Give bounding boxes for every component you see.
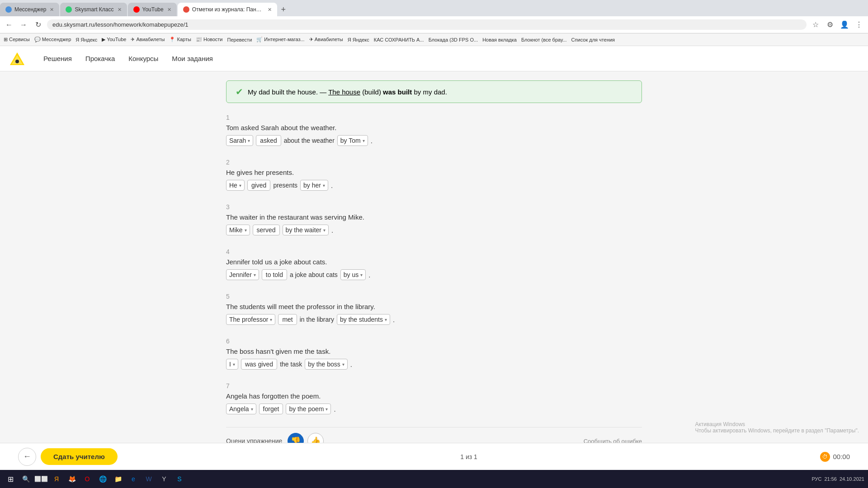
period-7: . <box>334 405 335 413</box>
back-button[interactable]: ← <box>18 448 36 466</box>
nav-resheniya[interactable]: Решения <box>43 55 72 62</box>
tab-notes[interactable]: Отметки из журнала: Панчин К... ✕ <box>178 3 277 16</box>
nav-konkursy[interactable]: Конкурсы <box>128 55 158 62</box>
bookmark-servisy[interactable]: ⊞ Сервисы <box>4 37 30 42</box>
bookmark-star[interactable]: ☆ <box>810 19 821 30</box>
taskbar-explorer[interactable]: 📁 <box>111 472 125 486</box>
bookmark-newtab[interactable]: Новая вкладка <box>482 37 517 42</box>
check-icon: ✔ <box>236 86 243 97</box>
tab-skysmart[interactable]: Skysmart Класс ✕ <box>60 3 127 16</box>
exercise-6: 6 The boss hasn't given me the task. I ▾… <box>226 338 642 370</box>
extensions-button[interactable]: ⚙ <box>825 19 835 30</box>
dropdown-7-subject[interactable]: Angela ▾ <box>226 404 256 414</box>
exercise-1: 1 Tom asked Sarah about the weather. Sar… <box>226 114 642 146</box>
exercise-answer-2: He ▾ gived presents by her ▾ . <box>226 180 642 191</box>
bookmarks-bar: ⊞ Сервисы 💬 Мессенджер Я Яндекс ▶ YouTub… <box>0 33 868 46</box>
dropdown-2-subject[interactable]: He ▾ <box>226 180 245 191</box>
lang-indicator[interactable]: РУС <box>811 476 821 482</box>
bookmark-translate[interactable]: Перевести <box>227 37 252 42</box>
tab-close-notes[interactable]: ✕ <box>268 7 272 13</box>
answer-text-5: in the library <box>300 316 334 323</box>
dropdown-1-subject[interactable]: Sarah ▾ <box>226 135 253 146</box>
exercise-num-1: 1 <box>226 114 642 121</box>
bookmark-avia1[interactable]: ✈ Авиабилеты <box>131 37 165 42</box>
tab-messenger[interactable]: Мессенджер ✕ <box>0 3 59 16</box>
dropdown-1-agent[interactable]: by Tom ▾ <box>337 135 368 146</box>
bookmark-yandex1[interactable]: Я Яндекс <box>75 37 97 42</box>
main-content: ✔ My dad built the house. — The house (b… <box>208 71 660 488</box>
chevron-down-icon: ▾ <box>233 362 235 367</box>
exercise-sentence-7: Angela has forgotten the poem. <box>226 392 642 400</box>
dropdown-6-agent[interactable]: by the boss ▾ <box>305 359 348 370</box>
submit-button[interactable]: Сдать учителю <box>41 448 118 465</box>
bookmark-youtube[interactable]: ▶ YouTube <box>102 37 126 42</box>
taskbar-edge[interactable]: e <box>127 472 140 486</box>
dropdown-4-subject[interactable]: Jennifer ▾ <box>226 269 259 280</box>
chevron-down-icon: ▾ <box>254 272 256 277</box>
dropdown-3-agent[interactable]: by the waiter ▾ <box>283 225 329 235</box>
taskbar-firefox[interactable]: 🦊 <box>65 472 79 486</box>
dropdown-2-agent[interactable]: by her ▾ <box>300 180 328 191</box>
taskbar-chrome[interactable]: 🌐 <box>96 472 109 486</box>
url-input[interactable]: edu.skysmart.ru/lesson/homework/komabepu… <box>47 19 807 30</box>
answer-word-4: to told <box>262 269 287 280</box>
start-button[interactable]: ⊞ <box>4 472 17 486</box>
tab-bar: Мессенджер ✕ Skysmart Класс ✕ YouTube ✕ … <box>0 0 868 16</box>
back-nav-button[interactable]: ← <box>4 19 14 30</box>
exercise-sentence-6: The boss hasn't given me the task. <box>226 347 642 355</box>
chevron-down-icon: ▾ <box>245 228 247 233</box>
address-bar: ← → ↻ edu.skysmart.ru/lesson/homework/ko… <box>0 16 868 33</box>
profile-button[interactable]: 👤 <box>839 19 850 30</box>
bookmark-notepad[interactable]: Блокнот (все брау... <box>521 37 567 42</box>
dropdown-4-agent[interactable]: by us ▾ <box>340 269 366 280</box>
exercise-answer-3: Mike ▾ served by the waiter ▾ . <box>226 225 642 235</box>
bookmark-messenger[interactable]: 💬 Мессенджер <box>34 37 71 42</box>
progress-text: 1 из 1 <box>460 453 477 460</box>
dropdown-5-agent[interactable]: by the students ▾ <box>337 314 390 325</box>
bookmark-news[interactable]: 📰 Новости <box>196 37 223 42</box>
taskview-button[interactable]: ⬜⬜ <box>34 472 48 486</box>
taskbar-word[interactable]: W <box>142 472 156 486</box>
period-6: . <box>350 361 352 368</box>
example-text: My dad built the house. — The house (bui… <box>248 88 447 96</box>
bookmark-blockade[interactable]: Блокада (3D FPS O... <box>429 37 478 42</box>
bookmark-save[interactable]: КАС СОХРАНИТЬ А... <box>374 37 424 42</box>
dropdown-5-subject[interactable]: The professor ▾ <box>226 314 275 325</box>
chevron-down-icon: ▾ <box>385 317 387 322</box>
taskbar-skype[interactable]: S <box>173 472 186 486</box>
menu-button[interactable]: ⋮ <box>854 19 864 30</box>
tab-title-youtube: YouTube <box>142 6 164 13</box>
taskbar-yandex2[interactable]: Y <box>157 472 171 486</box>
exercise-answer-6: I ▾ was gived the task by the boss ▾ . <box>226 359 642 370</box>
taskbar-yandex[interactable]: Я <box>50 472 63 486</box>
chevron-down-icon: ▾ <box>239 183 241 188</box>
nav-moi-zadaniya[interactable]: Мои задания <box>172 55 213 62</box>
nav-prokachka[interactable]: Прокачка <box>85 55 115 62</box>
exercise-num-6: 6 <box>226 338 642 345</box>
search-button[interactable]: 🔍 <box>19 472 33 486</box>
exercise-answer-1: Sarah ▾ asked about the weather by Tom ▾… <box>226 135 642 146</box>
bookmark-yandex2[interactable]: Я Яндекс <box>348 37 369 42</box>
dropdown-7-agent[interactable]: by the poem ▾ <box>286 404 331 414</box>
tab-close-skysmart[interactable]: ✕ <box>118 7 122 13</box>
tab-youtube[interactable]: YouTube ✕ <box>128 3 177 16</box>
tab-close-messenger[interactable]: ✕ <box>50 7 54 13</box>
dropdown-3-subject[interactable]: Mike ▾ <box>226 225 250 235</box>
new-tab-button[interactable]: + <box>277 3 290 16</box>
chevron-down-icon: ▾ <box>248 138 250 143</box>
exercise-answer-7: Angela ▾ forget by the poem ▾ . <box>226 404 642 414</box>
bookmark-avia2[interactable]: ✈ Авиабилеты <box>309 37 343 42</box>
taskbar-right: РУС 21:56 24.10.2021 <box>811 476 864 482</box>
chevron-down-icon: ▾ <box>323 228 326 233</box>
forward-nav-button[interactable]: → <box>18 19 29 30</box>
tab-close-youtube[interactable]: ✕ <box>167 7 171 13</box>
bookmark-readlist[interactable]: Список для чтения <box>571 37 615 42</box>
bookmark-shop[interactable]: 🛒 Интернет-магаз... <box>256 37 304 42</box>
dropdown-6-subject[interactable]: I ▾ <box>226 359 238 370</box>
exercise-answer-4: Jennifer ▾ to told a joke about cats by … <box>226 269 642 280</box>
reload-button[interactable]: ↻ <box>33 19 43 30</box>
taskbar-opera[interactable]: O <box>80 472 94 486</box>
bookmark-maps[interactable]: 📍 Карты <box>169 37 191 42</box>
exercise-num-2: 2 <box>226 159 642 166</box>
app-logo[interactable] <box>9 51 25 67</box>
